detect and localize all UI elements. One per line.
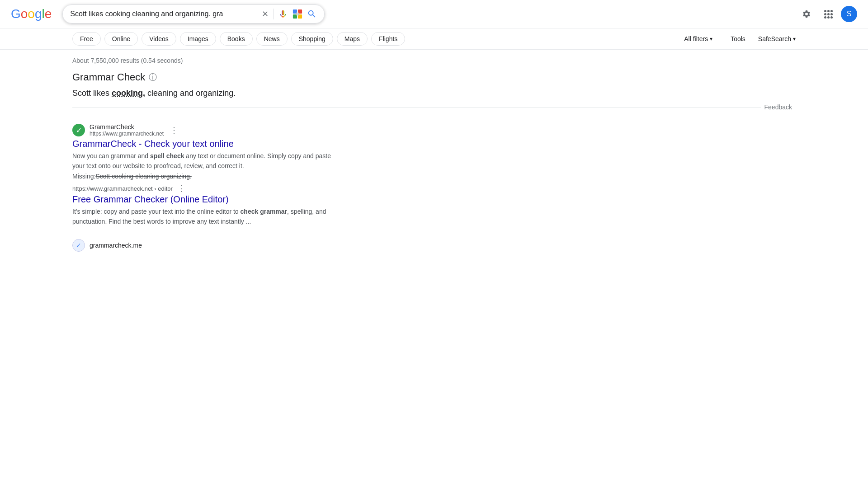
filters-bar: Free Online Videos Images Books News Sho… — [0, 28, 868, 50]
header: Google ✕ — [0, 0, 868, 28]
result-2-favicon: ✓ — [72, 239, 85, 252]
result-1-desc-prefix: Now you can grammar and — [72, 152, 150, 160]
filter-online[interactable]: Online — [104, 32, 138, 46]
main-content: About 7,550,000 results (0.54 seconds) G… — [0, 50, 868, 272]
chevron-down-icon: ▾ — [710, 36, 712, 42]
results-count: About 7,550,000 results (0.54 seconds) — [72, 57, 796, 64]
grammar-title-text: Grammar Check — [72, 71, 145, 83]
filter-maps[interactable]: Maps — [337, 32, 368, 46]
search-submit-icon[interactable] — [307, 9, 317, 19]
apps-icon[interactable] — [819, 5, 837, 23]
result-1-desc: Now you can grammar and spell check any … — [72, 151, 344, 171]
lens-search-icon[interactable] — [292, 9, 302, 19]
grammar-info-icon[interactable]: ⓘ — [149, 72, 157, 83]
sub-result-url: https://www.grammarcheck.net › editor — [72, 185, 173, 192]
grammar-widget: Grammar Check ⓘ Scott likes cooking, cle… — [72, 71, 796, 113]
logo-letter-o1: o — [21, 7, 28, 21]
grammar-sentence: Scott likes cooking, cleaning and organi… — [72, 89, 796, 98]
logo-letter-e: e — [45, 7, 52, 21]
result-1-desc-bold: spell check — [150, 152, 184, 160]
logo-letter-g: G — [11, 7, 21, 21]
result-1-domain-info: GrammarCheck https://www.grammarcheck.ne… — [90, 123, 164, 137]
settings-icon[interactable] — [797, 5, 816, 23]
result-2-source: ✓ grammarcheck.me — [72, 239, 344, 252]
clear-icon[interactable]: ✕ — [262, 9, 269, 19]
grammar-sentence-suffix: cleaning and organizing. — [145, 89, 236, 98]
grammar-divider — [72, 107, 761, 108]
safe-search-label: SafeSearch — [758, 35, 791, 42]
result-1-missing: Missing:Scott cooking cleaning organizin… — [72, 173, 344, 180]
sub-result-desc-prefix: It's simple: copy and paste your text in… — [72, 208, 241, 215]
sub-result-desc-bold: check grammar — [241, 208, 288, 215]
result-1-more-icon[interactable]: ⋮ — [170, 125, 178, 135]
all-filters-button[interactable]: All filters ▾ — [679, 33, 718, 45]
result-2-domain-info: grammarcheck.me — [90, 242, 142, 249]
safe-search-chevron: ▾ — [793, 36, 796, 42]
sub-result-title[interactable]: Free Grammar Checker (Online Editor) — [72, 194, 344, 205]
sub-result-more-icon[interactable]: ⋮ — [177, 183, 185, 193]
result-1-missing-label: Missing: — [72, 173, 95, 180]
filter-free[interactable]: Free — [72, 32, 101, 46]
search-input[interactable] — [70, 10, 257, 18]
logo-letter-g2: g — [35, 7, 42, 21]
filter-books[interactable]: Books — [220, 32, 253, 46]
voice-search-icon[interactable] — [278, 9, 288, 19]
grammar-sentence-prefix: Scott likes — [72, 89, 112, 98]
sub-result-desc: It's simple: copy and paste your text in… — [72, 206, 344, 226]
avatar[interactable]: S — [841, 6, 857, 22]
grammar-sentence-bold: cooking, — [112, 89, 145, 98]
logo-letter-o2: o — [28, 7, 35, 21]
result-1-source: ✓ GrammarCheck https://www.grammarcheck.… — [72, 123, 344, 137]
result-2-domain-name: grammarcheck.me — [90, 242, 142, 249]
filter-flights[interactable]: Flights — [371, 32, 405, 46]
result-1-favicon: ✓ — [72, 124, 85, 136]
result-1-domain-name: GrammarCheck — [90, 123, 164, 131]
result-1-missing-words: Scott cooking cleaning organizing. — [95, 173, 191, 180]
apps-grid — [824, 10, 832, 18]
sub-result-url-row: https://www.grammarcheck.net › editor ⋮ — [72, 183, 344, 193]
search-result-2: ✓ grammarcheck.me — [72, 239, 344, 252]
filter-news[interactable]: News — [256, 32, 288, 46]
sub-result-1: https://www.grammarcheck.net › editor ⋮ … — [72, 183, 344, 226]
filters-right: All filters ▾ Tools SafeSearch ▾ — [679, 33, 796, 45]
grammar-feedback-line: Feedback — [72, 102, 796, 113]
grammar-widget-title: Grammar Check ⓘ — [72, 71, 796, 83]
search-divider — [273, 9, 274, 19]
google-logo[interactable]: Google — [11, 7, 52, 21]
favicon-check-blue-icon: ✓ — [76, 242, 81, 249]
safe-search-button[interactable]: SafeSearch ▾ — [758, 35, 796, 42]
feedback-button[interactable]: Feedback — [761, 102, 796, 113]
tools-button[interactable]: Tools — [725, 33, 751, 45]
filter-shopping[interactable]: Shopping — [291, 32, 333, 46]
favicon-check-icon: ✓ — [76, 126, 82, 135]
search-result-1: ✓ GrammarCheck https://www.grammarcheck.… — [72, 123, 344, 226]
all-filters-label: All filters — [684, 35, 708, 42]
header-right: S — [797, 5, 857, 23]
result-1-url: https://www.grammarcheck.net — [90, 131, 164, 137]
filter-videos[interactable]: Videos — [142, 32, 176, 46]
filter-images[interactable]: Images — [180, 32, 216, 46]
result-1-title[interactable]: GrammarCheck - Check your text online — [72, 139, 344, 149]
search-bar: ✕ — [62, 5, 325, 23]
